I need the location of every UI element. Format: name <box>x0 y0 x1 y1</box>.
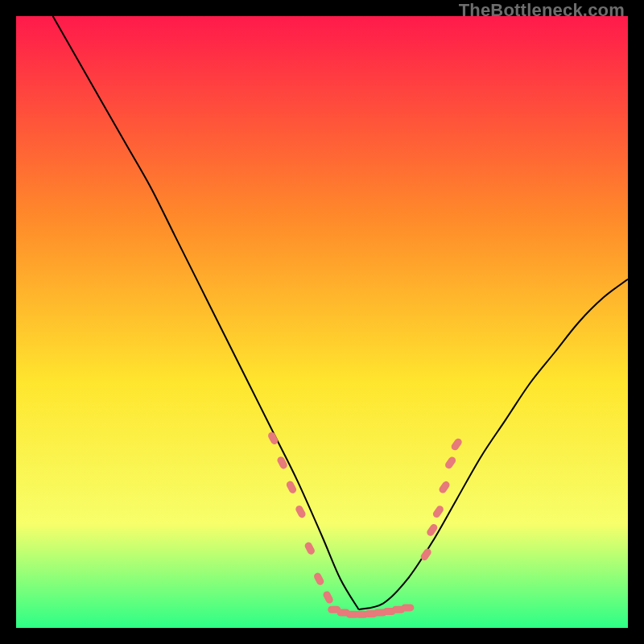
watermark-text: TheBottleneck.com <box>459 0 625 21</box>
bottleneck-chart <box>16 16 628 628</box>
scatter-marker <box>401 604 414 611</box>
chart-frame <box>16 16 628 628</box>
